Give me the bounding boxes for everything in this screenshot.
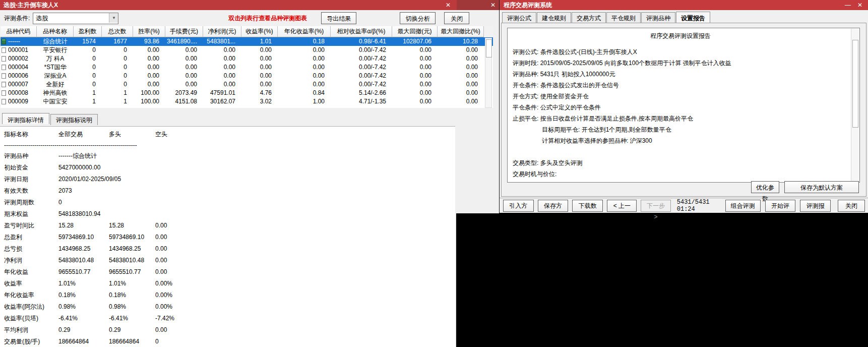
column-header[interactable]: 胜率(%)	[133, 26, 165, 37]
back-window-close-icon[interactable]: ✕	[488, 0, 498, 10]
tab-details[interactable]: 评测指标详情	[2, 113, 49, 124]
condition-label: 评测条件:	[4, 14, 30, 23]
cell: 5483801...	[203, 37, 241, 46]
cell: 神州高铁	[37, 89, 74, 97]
scrollbar-thumb[interactable]	[852, 40, 858, 128]
cell: 0	[102, 46, 133, 54]
detail-cell: 平均利润	[4, 324, 58, 336]
bottom-button[interactable]: 评测报告	[800, 200, 831, 212]
table-row[interactable]: 000004*ST国华000.000.000.000.000.000.00/-7…	[1, 63, 493, 72]
tab-平仓规则[interactable]: 平仓规则	[606, 12, 641, 23]
detail-cell: 54838010.48	[58, 255, 109, 266]
cell: 万 科A	[37, 54, 74, 63]
bottom-button[interactable]: 下载数据	[572, 200, 603, 212]
condition-select[interactable]: 选股 ▼	[33, 13, 118, 24]
column-header[interactable]: 净利润(元)	[203, 26, 241, 37]
cell: 0	[74, 63, 102, 72]
detail-cell: 0.98%	[58, 301, 109, 313]
report-textarea[interactable]: 程序交易评测设置报告 评测公式: 条件选股公式-(日线)-主升倒车接人X评测时段…	[507, 28, 860, 183]
detail-cell: 收益率(阿尔法)	[4, 301, 58, 313]
report-line: 交易时机与价位:	[513, 168, 848, 180]
column-header[interactable]: 相对收益率α/β(%)	[331, 26, 392, 37]
save-as-default-button[interactable]: 保存为默认方案	[784, 181, 859, 193]
cell: 2073.49	[165, 89, 203, 97]
column-header[interactable]: 收益率(%)	[241, 26, 278, 37]
detail-cell: 评测周期数	[4, 197, 58, 208]
tab-description[interactable]: 评测指标说明	[50, 114, 98, 125]
cell: 0.00	[392, 63, 438, 72]
cell: 47591.01	[203, 89, 241, 97]
detail-cell: 评测日期	[4, 174, 58, 185]
cell: 中国宝安	[37, 97, 74, 106]
cell: ------	[1, 37, 37, 46]
table-row[interactable]: 000007全新好000.000.000.000.000.000.00/-7.4…	[1, 80, 493, 89]
tab-建仓规则[interactable]: 建仓规则	[537, 12, 571, 23]
cell: 0.00	[438, 63, 484, 72]
report-vertical-scrollbar[interactable]	[851, 29, 859, 182]
toolbar-close-button[interactable]: 关闭	[444, 12, 469, 24]
details-rows: 评测品种-------综合统计初始资金5427000000.00评测日期2020…	[0, 150, 455, 347]
minimize-icon[interactable]: —	[843, 0, 852, 10]
detail-cell	[109, 208, 155, 220]
detail-cell	[109, 150, 155, 162]
export-results-button[interactable]: 导出结果	[321, 12, 356, 24]
tab-评测品种[interactable]: 评测品种	[641, 12, 675, 23]
table-row[interactable]: 000006深振业A000.000.000.000.000.000.00/-7.…	[1, 72, 493, 80]
left-close-icon[interactable]: ✕	[444, 0, 453, 10]
detail-row: 评测周期数0	[0, 197, 455, 208]
tab-交易方式[interactable]: 交易方式	[572, 12, 606, 23]
tab-设置报告[interactable]: 设置报告	[676, 12, 710, 23]
tab-评测公式[interactable]: 评测公式	[502, 12, 536, 23]
detail-cell	[155, 185, 192, 197]
column-header[interactable]: 总次数	[102, 26, 133, 37]
table-row[interactable]: 000008神州高铁11100.002073.4947591.014.760.8…	[1, 89, 493, 97]
detail-cell: 交易量(股/手)	[4, 336, 58, 347]
cell: 0.00	[241, 72, 278, 80]
detail-row: 评测品种-------综合统计	[0, 150, 455, 162]
column-header[interactable]: 盈利数	[74, 26, 102, 37]
cell: 0.00	[165, 54, 203, 63]
bottom-button[interactable]: 组合评测∨	[725, 200, 761, 212]
bottom-button[interactable]: 引入方案	[503, 200, 534, 212]
column-header[interactable]: 最大回撤(元)	[392, 26, 438, 37]
chevron-down-icon[interactable]: ▼	[109, 13, 118, 23]
cell: 000008	[1, 89, 37, 97]
column-header[interactable]: 最大回撤比(%)	[438, 26, 484, 37]
cell: 全新好	[37, 80, 74, 89]
bottom-button[interactable]: 保存方案	[538, 200, 569, 212]
detail-cell: 0.00	[155, 255, 192, 266]
optimize-params-button[interactable]: 优化参数	[751, 181, 779, 193]
bottom-button[interactable]: 开始评测	[765, 200, 796, 212]
detail-cell: 有效天数	[4, 185, 58, 197]
cell: 0.00	[278, 63, 331, 72]
switch-analysis-chart-button[interactable]: 切换分析图	[400, 12, 436, 24]
detail-cell	[155, 174, 192, 185]
bottom-button[interactable]: 关闭	[838, 200, 865, 212]
table-row[interactable]: 000002万 科A000.000.000.000.000.000.00/-7.…	[1, 54, 493, 63]
cell: 0.00	[438, 89, 484, 97]
table-row[interactable]: ------综合统计1574167793.863461890....548380…	[1, 37, 493, 46]
right-tab-strip: 评测公式建仓规则交易方式平仓规则评测品种设置报告	[502, 12, 711, 23]
cell: 0.00	[203, 63, 241, 72]
column-header[interactable]: 手续费(元)	[165, 26, 203, 37]
detail-cell: 评测品种	[4, 150, 58, 162]
scrollbar-thumb[interactable]	[486, 39, 492, 57]
cell: 3461890....	[165, 37, 203, 46]
cell: 1	[102, 89, 133, 97]
table-vertical-scrollbar[interactable]	[485, 38, 492, 108]
detail-cell	[109, 162, 155, 174]
column-header[interactable]: 品种名称	[37, 26, 74, 37]
table-row[interactable]: 000009中国宝安11100.004151.0830162.073.021.0…	[1, 97, 493, 106]
bottom-button[interactable]: < 上一步	[607, 200, 637, 212]
cell: 1	[74, 97, 102, 106]
cell: 0.00/-7.42	[331, 80, 392, 89]
detail-cell: 收益率	[4, 278, 58, 290]
column-header[interactable]: 品种代码	[1, 26, 37, 37]
double-click-hint: 双击列表行查看品种评测图表	[228, 14, 307, 23]
right-close-icon[interactable]: ✕	[855, 0, 864, 10]
detail-cell: -6.41%	[58, 313, 109, 324]
column-header[interactable]: 年化收益率(%)	[278, 26, 331, 37]
cell: 0.00	[241, 54, 278, 63]
table-row[interactable]: 000001平安银行000.000.000.000.000.000.00/-7.…	[1, 46, 493, 54]
detail-cell: 年化收益率	[4, 290, 58, 301]
